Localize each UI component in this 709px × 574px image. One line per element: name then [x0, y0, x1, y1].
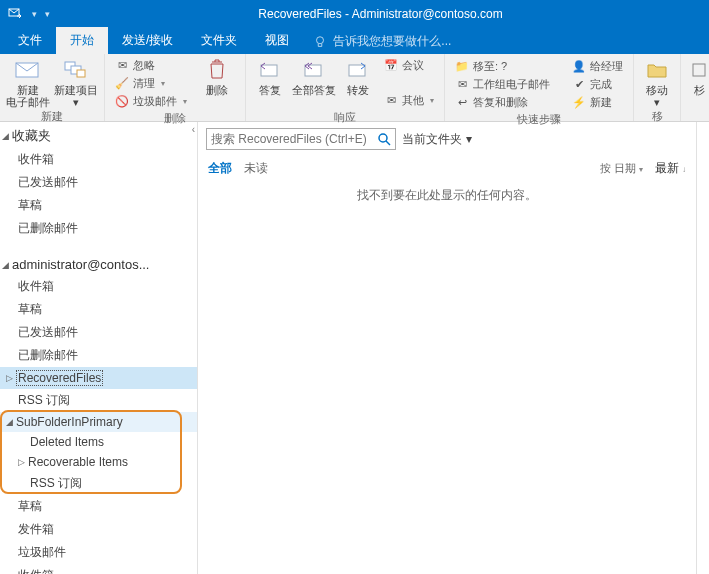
- ribbon-group-respond: 答复 全部答复 转发 📅会议 ✉其他▾ 响应: [246, 54, 445, 121]
- svg-rect-6: [261, 65, 277, 76]
- empty-message: 找不到要在此处显示的任何内容。: [198, 181, 696, 210]
- move-button[interactable]: 移动▾: [640, 56, 674, 108]
- meeting-icon: 📅: [384, 59, 398, 73]
- tab-view[interactable]: 视图: [251, 27, 303, 54]
- sort-by-label[interactable]: 按 日期 ▾: [600, 161, 643, 176]
- title-bar: ▾ ▾ RecoveredFiles - Administrator@conto…: [0, 0, 709, 28]
- replydel-icon: ↩: [455, 95, 469, 109]
- moveto-icon: 📁: [455, 59, 469, 73]
- tab-sendrecv[interactable]: 发送/接收: [108, 27, 187, 54]
- undo-dropdown-icon[interactable]: ▾: [45, 9, 50, 19]
- search-box[interactable]: [206, 128, 396, 150]
- lightning-icon: ⚡: [572, 95, 586, 109]
- acct-junk[interactable]: 垃圾邮件: [0, 541, 197, 564]
- junk-icon: 🚫: [115, 95, 129, 109]
- sub-deleted[interactable]: Deleted Items: [0, 432, 197, 452]
- new-email-button[interactable]: 新建 电子邮件: [6, 56, 50, 108]
- qs-create[interactable]: ⚡新建: [568, 93, 627, 111]
- reply-icon: [256, 58, 284, 82]
- filter-bar: 全部 未读 按 日期 ▾ 最新 ↓: [198, 156, 696, 181]
- workspace: ‹ ◢收藏夹 收件箱 已发送邮件 草稿 已删除邮件 ◢administrator…: [0, 122, 709, 574]
- favorites-header[interactable]: ◢收藏夹: [0, 124, 197, 148]
- manager-icon: 👤: [572, 59, 586, 73]
- acct-sent[interactable]: 已发送邮件: [0, 321, 197, 344]
- cleanup-icon: 🧹: [115, 77, 129, 91]
- sort-order[interactable]: 最新 ↓: [655, 160, 686, 177]
- fav-inbox[interactable]: 收件箱: [0, 148, 197, 171]
- svg-rect-9: [693, 64, 705, 76]
- collapse-nav-icon[interactable]: ‹: [192, 124, 195, 135]
- delete-icon: [203, 58, 231, 82]
- new-items-button[interactable]: 新建项目▾: [54, 56, 98, 108]
- ribbon-tabs: 文件 开始 发送/接收 文件夹 视图 告诉我您想要做什么...: [0, 28, 709, 54]
- delete-button[interactable]: 删除: [195, 56, 239, 96]
- lightbulb-icon: [313, 35, 327, 49]
- replyall-button[interactable]: 全部答复: [292, 56, 336, 96]
- tab-file[interactable]: 文件: [4, 27, 56, 54]
- search-bar: 当前文件夹▾: [198, 122, 696, 156]
- search-input[interactable]: [211, 132, 377, 146]
- sub-recoverable[interactable]: ▷Recoverable Items: [0, 452, 197, 472]
- fav-drafts[interactable]: 草稿: [0, 194, 197, 217]
- tell-me[interactable]: 告诉我您想要做什么...: [313, 33, 451, 54]
- acct-subfolder[interactable]: ◢SubFolderInPrimary: [0, 412, 197, 432]
- acct-deleted[interactable]: 已删除邮件: [0, 344, 197, 367]
- acct-inbox[interactable]: 收件箱: [0, 275, 197, 298]
- ignore-icon: ✉: [115, 59, 129, 73]
- reply-button[interactable]: 答复: [252, 56, 288, 96]
- ribbon-group-delete: ✉忽略 🧹清理▾ 🚫垃圾邮件▾ 删除 删除: [105, 54, 246, 121]
- more-respond-button[interactable]: ✉其他▾: [380, 92, 438, 109]
- forward-icon: [344, 58, 372, 82]
- qat-dropdown-icon[interactable]: ▾: [32, 9, 37, 19]
- meeting-button[interactable]: 📅会议: [380, 57, 438, 74]
- qs-done[interactable]: ✔完成: [568, 75, 627, 93]
- window-title: RecoveredFiles - Administrator@contoso.c…: [58, 7, 703, 21]
- cleanup-button[interactable]: 🧹清理▾: [111, 75, 191, 92]
- acct-drafts[interactable]: 草稿: [0, 298, 197, 321]
- svg-rect-5: [77, 70, 85, 77]
- ribbon-group-quicksteps: 📁移至: ? 👤给经理 ✉工作组电子邮件 ✔完成 ↩答复和删除 ⚡新建 快速步骤: [445, 54, 634, 121]
- fav-deleted[interactable]: 已删除邮件: [0, 217, 197, 240]
- reading-pane: [697, 122, 709, 574]
- svg-rect-8: [349, 65, 365, 76]
- new-email-icon: [14, 58, 42, 82]
- svg-point-1: [317, 36, 324, 43]
- account-header[interactable]: ◢administrator@contos...: [0, 254, 197, 275]
- acct-recovered[interactable]: ▷RecoveredFiles: [0, 367, 197, 389]
- search-scope[interactable]: 当前文件夹▾: [402, 131, 472, 148]
- acct-drafts2[interactable]: 草稿: [0, 495, 197, 518]
- search-icon[interactable]: [377, 132, 391, 146]
- more-icon: ✉: [384, 94, 398, 108]
- replyall-icon: [300, 58, 328, 82]
- tag-icon: [685, 58, 709, 82]
- tab-folder[interactable]: 文件夹: [187, 27, 251, 54]
- move-folder-icon: [643, 58, 671, 82]
- ribbon-group-move: 移动▾ 移: [634, 54, 681, 121]
- acct-inbox2[interactable]: 收件箱: [0, 564, 197, 574]
- fav-sent[interactable]: 已发送邮件: [0, 171, 197, 194]
- qs-replydel[interactable]: ↩答复和删除: [451, 93, 554, 111]
- svg-rect-7: [305, 65, 321, 76]
- forward-button[interactable]: 转发: [340, 56, 376, 96]
- sub-rss[interactable]: RSS 订阅: [0, 472, 197, 495]
- ribbon-group-tags: 杉: [681, 54, 709, 121]
- ribbon-group-new: 新建 电子邮件 新建项目▾ 新建: [0, 54, 105, 121]
- qs-moveto[interactable]: 📁移至: ?: [451, 57, 554, 75]
- team-icon: ✉: [455, 77, 469, 91]
- qat-sendall-icon[interactable]: [6, 5, 24, 23]
- new-items-icon: [62, 58, 90, 82]
- acct-outbox[interactable]: 发件箱: [0, 518, 197, 541]
- qs-teamemail[interactable]: ✉工作组电子邮件: [451, 75, 554, 93]
- filter-all[interactable]: 全部: [208, 160, 232, 177]
- qs-manager[interactable]: 👤给经理: [568, 57, 627, 75]
- folder-pane[interactable]: ‹ ◢收藏夹 收件箱 已发送邮件 草稿 已删除邮件 ◢administrator…: [0, 122, 198, 574]
- acct-rss[interactable]: RSS 订阅: [0, 389, 197, 412]
- ribbon: 新建 电子邮件 新建项目▾ 新建 ✉忽略 🧹清理▾ 🚫垃圾邮件▾ 删除 删除: [0, 54, 709, 122]
- filter-unread[interactable]: 未读: [244, 160, 268, 177]
- ignore-button[interactable]: ✉忽略: [111, 57, 191, 74]
- tag-button[interactable]: 杉: [687, 56, 709, 96]
- svg-point-10: [379, 134, 387, 142]
- junk-button[interactable]: 🚫垃圾邮件▾: [111, 93, 191, 110]
- tab-home[interactable]: 开始: [56, 27, 108, 54]
- message-list-pane: 当前文件夹▾ 全部 未读 按 日期 ▾ 最新 ↓ 找不到要在此处显示的任何内容。: [198, 122, 697, 574]
